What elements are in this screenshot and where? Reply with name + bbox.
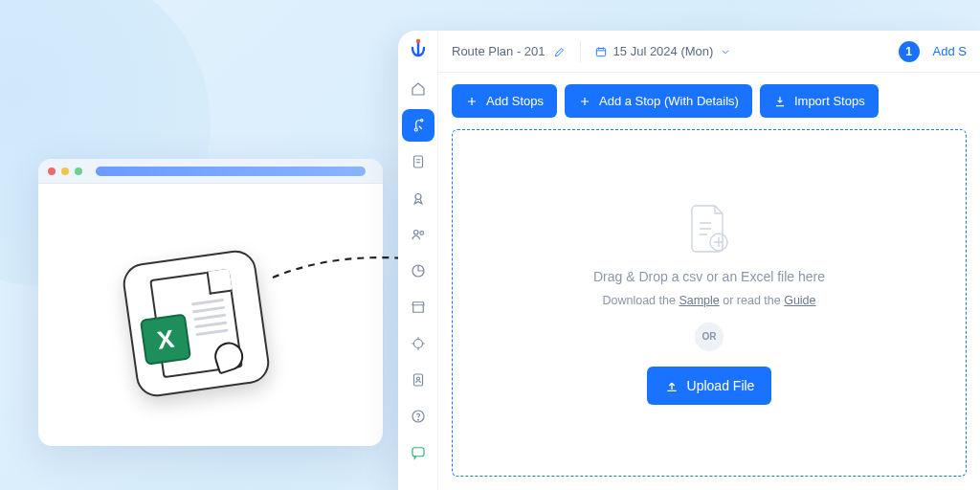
- file-add-icon: [685, 202, 733, 259]
- step-label: Add S: [933, 44, 967, 58]
- sidebar-store-icon[interactable]: [402, 291, 434, 323]
- dropzone-subtitle: Download the Sample or read the Guide: [602, 294, 815, 307]
- sidebar-doc-icon[interactable]: [402, 145, 434, 178]
- sidebar-users-icon[interactable]: [402, 218, 434, 251]
- svg-point-0: [415, 39, 419, 43]
- grab-cursor-icon: [211, 339, 247, 375]
- svg-point-6: [419, 232, 423, 235]
- add-stop-details-button[interactable]: Add a Stop (With Details): [565, 84, 752, 118]
- step-number-badge: 1: [899, 41, 920, 62]
- excel-file-tile[interactable]: X: [121, 248, 272, 399]
- excel-badge-icon: X: [140, 314, 191, 366]
- document-icon: X: [149, 269, 243, 379]
- traffic-light-red: [48, 167, 56, 175]
- upload-file-label: Upload File: [687, 378, 755, 393]
- dropzone-title: Drag & Drop a csv or an Excel file here: [593, 269, 825, 284]
- svg-point-8: [413, 340, 422, 348]
- sidebar-contact-icon[interactable]: [402, 364, 434, 396]
- add-stops-button[interactable]: Add Stops: [452, 84, 557, 118]
- divider: [580, 41, 581, 62]
- main-area: Route Plan - 201 15 Jul 2024 (Mon) 1 Add…: [438, 31, 980, 490]
- guide-link[interactable]: Guide: [784, 294, 815, 307]
- plus-icon: [578, 95, 591, 108]
- sample-link[interactable]: Sample: [679, 294, 719, 307]
- upload-icon: [664, 378, 679, 393]
- topbar: Route Plan - 201 15 Jul 2024 (Mon) 1 Add…: [438, 31, 980, 73]
- document-lines: [191, 299, 229, 336]
- route-name-text: Route Plan - 201: [452, 44, 546, 58]
- svg-rect-14: [596, 48, 605, 56]
- import-icon: [773, 95, 787, 108]
- browser-bar: [38, 159, 383, 184]
- svg-point-4: [415, 194, 421, 200]
- sidebar: [398, 31, 438, 490]
- upload-file-button[interactable]: Upload File: [647, 367, 772, 405]
- sidebar-chat-icon[interactable]: [402, 436, 434, 469]
- dz-prefix: Download the: [602, 294, 679, 307]
- import-stops-button[interactable]: Import Stops: [760, 84, 879, 118]
- svg-point-1: [414, 128, 417, 131]
- plus-icon: [465, 95, 479, 108]
- sidebar-home-icon[interactable]: [402, 73, 434, 105]
- sidebar-help-icon[interactable]: [402, 400, 434, 433]
- chevron-down-icon: [719, 45, 732, 58]
- sidebar-badge-icon[interactable]: [402, 182, 434, 214]
- browser-url-bar: [96, 167, 366, 176]
- svg-point-10: [416, 377, 419, 380]
- app-panel: Route Plan - 201 15 Jul 2024 (Mon) 1 Add…: [398, 31, 980, 490]
- date-picker[interactable]: 15 Jul 2024 (Mon): [594, 44, 733, 58]
- add-stop-details-label: Add a Stop (With Details): [599, 94, 739, 108]
- svg-point-12: [417, 419, 418, 420]
- svg-point-5: [413, 231, 418, 235]
- sidebar-target-icon[interactable]: [402, 327, 434, 360]
- calendar-icon: [594, 45, 608, 58]
- sidebar-routes-icon[interactable]: [402, 109, 434, 142]
- app-logo[interactable]: [407, 38, 430, 65]
- pencil-icon[interactable]: [553, 45, 567, 58]
- action-button-row: Add Stops Add a Stop (With Details) Impo…: [438, 73, 980, 129]
- sidebar-analytics-icon[interactable]: [402, 255, 434, 287]
- svg-rect-3: [413, 156, 422, 167]
- traffic-light-yellow: [61, 167, 69, 175]
- route-name[interactable]: Route Plan - 201: [452, 44, 567, 58]
- dz-middle: or read the: [720, 294, 784, 307]
- svg-point-2: [420, 120, 422, 122]
- dropzone[interactable]: Drag & Drop a csv or an Excel file here …: [452, 129, 967, 477]
- traffic-light-green: [75, 167, 82, 175]
- svg-rect-13: [412, 448, 424, 457]
- add-stops-label: Add Stops: [486, 94, 544, 108]
- import-stops-label: Import Stops: [794, 94, 865, 108]
- or-separator: OR: [695, 323, 724, 351]
- date-text: 15 Jul 2024 (Mon): [613, 44, 714, 58]
